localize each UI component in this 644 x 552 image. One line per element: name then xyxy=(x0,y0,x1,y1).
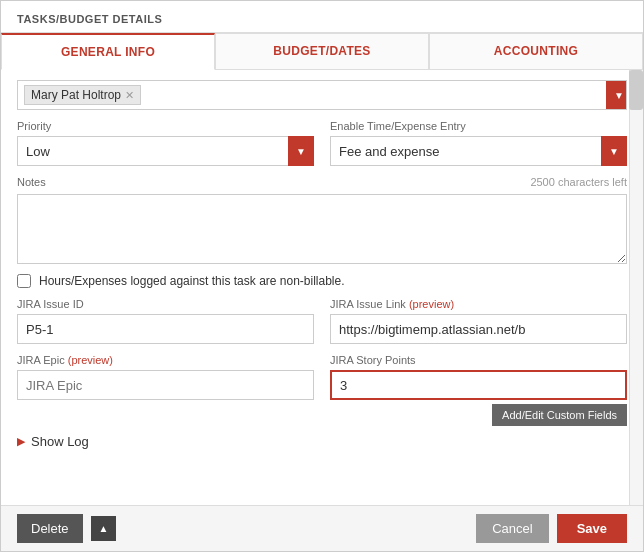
assigned-to-group: Mary Pat Holtrop ✕ xyxy=(17,80,627,110)
jira-issue-link-input[interactable] xyxy=(330,314,627,344)
tab-general-info[interactable]: GENERAL INFO xyxy=(1,33,215,70)
jira-link-preview-link[interactable]: (preview) xyxy=(409,298,454,310)
time-expense-select-wrapper: Fee and expense Fee only Expense only No… xyxy=(330,136,627,166)
jira-issue-id-group: JIRA Issue ID xyxy=(17,298,314,344)
assigned-to-value: Mary Pat Holtrop xyxy=(31,88,121,102)
jira-epic-row: JIRA Epic (preview) JIRA Story Points xyxy=(17,354,627,400)
show-log-toggle[interactable]: ▶ Show Log xyxy=(17,434,627,449)
save-button[interactable]: Save xyxy=(557,514,627,543)
delete-dropdown-button[interactable]: ▲ xyxy=(91,516,117,541)
non-billable-row: Hours/Expenses logged against this task … xyxy=(17,274,627,288)
tab-budget-dates[interactable]: BUDGET/DATES xyxy=(215,33,429,69)
jira-story-points-label: JIRA Story Points xyxy=(330,354,627,366)
notes-label: Notes xyxy=(17,176,46,188)
priority-select[interactable]: Low Medium High xyxy=(17,136,314,166)
modal-container: TASKS/BUDGET DETAILS GENERAL INFO BUDGET… xyxy=(0,0,644,552)
show-log-label: Show Log xyxy=(31,434,89,449)
custom-fields-row: Add/Edit Custom Fields xyxy=(17,404,627,426)
modal-footer: Delete ▲ Cancel Save xyxy=(1,505,643,551)
priority-expense-row: Priority Low Medium High Enable Time/Exp… xyxy=(17,120,627,166)
priority-group: Priority Low Medium High xyxy=(17,120,314,166)
notes-group: Notes 2500 characters left xyxy=(17,176,627,264)
chars-left-indicator: 2500 characters left xyxy=(530,176,627,188)
assigned-to-tag: Mary Pat Holtrop ✕ xyxy=(24,85,141,105)
jira-issue-id-input[interactable] xyxy=(17,314,314,344)
jira-epic-input[interactable] xyxy=(17,370,314,400)
time-expense-label: Enable Time/Expense Entry xyxy=(330,120,627,132)
add-edit-custom-fields-button[interactable]: Add/Edit Custom Fields xyxy=(492,404,627,426)
jira-epic-preview-link[interactable]: (preview) xyxy=(68,354,113,366)
show-log-arrow-icon: ▶ xyxy=(17,435,25,448)
modal-title: TASKS/BUDGET DETAILS xyxy=(17,13,162,25)
modal-body: Mary Pat Holtrop ✕ Priority Low Medium H… xyxy=(1,70,643,505)
jira-story-points-group: JIRA Story Points xyxy=(330,354,627,400)
jira-issue-row: JIRA Issue ID JIRA Issue Link (preview) xyxy=(17,298,627,344)
scrollbar-thumb[interactable] xyxy=(629,70,643,110)
time-expense-select[interactable]: Fee and expense Fee only Expense only No… xyxy=(330,136,627,166)
assigned-to-remove-icon[interactable]: ✕ xyxy=(125,89,134,102)
jira-issue-link-label: JIRA Issue Link (preview) xyxy=(330,298,627,310)
jira-issue-link-group: JIRA Issue Link (preview) xyxy=(330,298,627,344)
tabs-bar: GENERAL INFO BUDGET/DATES ACCOUNTING xyxy=(1,33,643,70)
notes-header-row: Notes 2500 characters left xyxy=(17,176,627,188)
jira-link-label-text: JIRA Issue Link xyxy=(330,298,406,310)
cancel-button[interactable]: Cancel xyxy=(476,514,548,543)
non-billable-label: Hours/Expenses logged against this task … xyxy=(39,274,345,288)
tab-accounting[interactable]: ACCOUNTING xyxy=(429,33,643,69)
notes-textarea[interactable] xyxy=(17,194,627,264)
jira-epic-label: JIRA Epic (preview) xyxy=(17,354,314,366)
delete-button[interactable]: Delete xyxy=(17,514,83,543)
assigned-to-field[interactable]: Mary Pat Holtrop ✕ xyxy=(17,80,627,110)
non-billable-checkbox[interactable] xyxy=(17,274,31,288)
priority-label: Priority xyxy=(17,120,314,132)
priority-select-wrapper: Low Medium High xyxy=(17,136,314,166)
scrollbar-track[interactable] xyxy=(629,70,643,505)
jira-issue-id-label: JIRA Issue ID xyxy=(17,298,314,310)
assigned-to-dropdown-arrow[interactable] xyxy=(606,80,627,110)
jira-epic-group: JIRA Epic (preview) xyxy=(17,354,314,400)
modal-header: TASKS/BUDGET DETAILS xyxy=(1,1,643,33)
time-expense-group: Enable Time/Expense Entry Fee and expens… xyxy=(330,120,627,166)
assigned-to-row: Mary Pat Holtrop ✕ xyxy=(17,80,627,110)
jira-epic-label-text: JIRA Epic xyxy=(17,354,65,366)
assigned-to-tag-content: Mary Pat Holtrop ✕ xyxy=(18,82,606,108)
jira-story-points-input[interactable] xyxy=(330,370,627,400)
